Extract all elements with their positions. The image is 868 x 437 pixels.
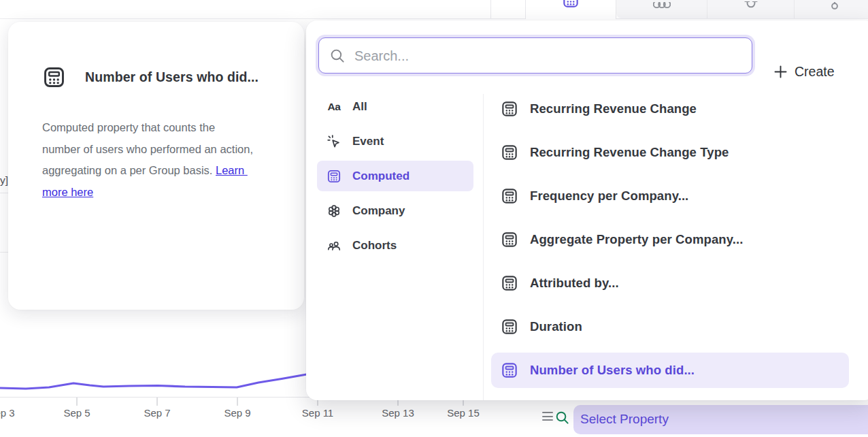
dots-icon — [653, 0, 671, 12]
cohorts-icon — [327, 238, 341, 253]
app-screen: y] Sep 3Sep 5Sep 7Sep 9Sep 11Sep 13Sep 1… — [0, 0, 868, 437]
calculator-icon — [501, 231, 518, 248]
plus-icon — [774, 65, 787, 78]
calculator-icon — [562, 0, 580, 9]
x-tick-label: Sep 13 — [382, 407, 414, 419]
x-tick-label: Sep 7 — [144, 407, 170, 419]
property-item[interactable]: Frequency per Company... — [491, 178, 849, 214]
x-tick-label: Sep 11 — [302, 407, 333, 419]
category-label: Computed — [352, 169, 410, 183]
tooltip-description-line: aggregating on a per Group basis. Learn — [42, 160, 294, 182]
search-icon — [330, 48, 346, 64]
property-label: Duration — [530, 319, 582, 334]
property-item[interactable]: Attributed by... — [491, 265, 849, 301]
flag-icon — [830, 0, 839, 12]
category-item-computed[interactable]: Computed — [317, 161, 473, 191]
property-label: Recurring Revenue Change Type — [530, 145, 729, 160]
event-cursor-icon — [327, 134, 341, 149]
category-label: Company — [352, 204, 405, 218]
learn-more-link[interactable]: Learn — [216, 164, 248, 176]
calculator-icon — [501, 318, 518, 336]
property-picker-panel: Create AaAllEventComputedCompanyCohorts … — [306, 20, 868, 400]
search-field — [318, 37, 752, 74]
tooltip-description-line: Computed property that counts the — [42, 117, 294, 139]
tooltip-description-line: more here — [42, 182, 294, 204]
property-label: Recurring Revenue Change — [530, 101, 697, 116]
tooltip-description: Computed property that counts thenumber … — [42, 117, 294, 203]
learn-more-link[interactable]: more here — [42, 186, 93, 198]
tooltip-text: number of users who performed an action, — [42, 143, 253, 155]
property-label: Number of Users who did... — [530, 363, 695, 378]
select-property-pill[interactable]: Select Property — [573, 405, 868, 434]
calculator-icon — [327, 169, 341, 184]
x-tick-label: Sep 5 — [63, 407, 90, 419]
calculator-icon — [501, 361, 518, 379]
search-icon — [555, 410, 570, 425]
x-tick-label: Sep 15 — [447, 407, 480, 419]
property-item[interactable]: Number of Users who did... — [491, 353, 849, 388]
create-button[interactable]: Create — [774, 64, 835, 80]
search-input[interactable] — [353, 38, 737, 74]
company-icon — [327, 204, 341, 218]
x-tick-label: Sep 3 — [0, 407, 15, 419]
category-label: Cohorts — [352, 239, 397, 253]
tooltip-text: Computed property that counts the — [42, 121, 215, 133]
property-tooltip-card: Number of Users who did... Computed prop… — [8, 22, 304, 310]
calculator-icon — [501, 274, 518, 292]
property-item[interactable]: Recurring Revenue Change — [491, 91, 849, 127]
category-item-all[interactable]: AaAll — [317, 91, 473, 122]
category-item-cohorts[interactable]: Cohorts — [317, 230, 473, 261]
property-item[interactable]: Aggregate Property per Company... — [491, 222, 849, 257]
property-list: Recurring Revenue ChangeRecurring Revenu… — [491, 91, 849, 396]
metric-line-series — [0, 373, 314, 389]
metric-tab-4[interactable] — [795, 0, 868, 18]
property-item[interactable]: Recurring Revenue Change Type — [491, 135, 849, 170]
property-item[interactable]: Duration — [491, 309, 849, 344]
calculator-icon — [42, 65, 66, 89]
category-list: AaAllEventComputedCompanyCohorts — [317, 91, 473, 265]
metric-tab-2[interactable] — [616, 0, 707, 18]
category-item-company[interactable]: Company — [317, 195, 473, 226]
calculator-icon — [501, 100, 518, 118]
calculator-icon — [501, 144, 518, 161]
property-label: Attributed by... — [530, 276, 619, 291]
funnel-icon — [742, 0, 760, 12]
property-label: Frequency per Company... — [530, 189, 688, 204]
metric-type-tab-strip — [0, 0, 868, 19]
tooltip-description-line: number of users who performed an action, — [42, 139, 294, 161]
create-label: Create — [795, 64, 835, 80]
tooltip-title: Number of Users who did... — [85, 69, 258, 85]
text-format-icon: Aa — [327, 99, 341, 114]
category-label: All — [352, 100, 367, 114]
metric-tab-1[interactable] — [525, 0, 616, 19]
drag-handle-icon[interactable] — [542, 412, 553, 421]
select-property-label: Select Property — [580, 412, 669, 427]
x-tick-label: Sep 9 — [224, 407, 250, 419]
select-property-row: Select Property — [531, 403, 868, 437]
category-label: Event — [352, 135, 384, 148]
category-item-event[interactable]: Event — [317, 126, 473, 157]
metric-tab-3[interactable] — [707, 0, 795, 18]
panel-divider — [483, 94, 484, 400]
property-label: Aggregate Property per Company... — [530, 232, 743, 247]
calculator-icon — [501, 187, 518, 205]
tooltip-text: aggregating on a per Group basis. — [42, 164, 216, 176]
